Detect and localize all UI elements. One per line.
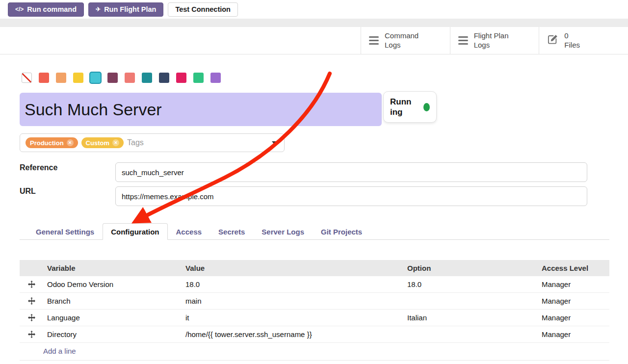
cell-value[interactable]: /home/{{ tower.server.ssh_username }}: [182, 330, 403, 338]
tag-production[interactable]: Production ✕: [26, 137, 78, 148]
tab-server-logs[interactable]: Server Logs: [253, 223, 313, 240]
color-swatch-dark-purple[interactable]: [107, 73, 118, 83]
cell-option[interactable]: Italian: [403, 313, 538, 322]
reference-input[interactable]: [115, 162, 587, 182]
files-count: 0: [564, 31, 580, 41]
server-title-field[interactable]: Such Much Server: [20, 93, 382, 126]
flight-plan-logs-button[interactable]: Flight Plan Logs: [450, 27, 539, 54]
form-header: Command Logs Flight Plan Logs: [0, 27, 628, 54]
command-logs-button[interactable]: Command Logs: [361, 27, 450, 54]
list-icon: [458, 36, 468, 45]
code-icon: </>: [15, 6, 24, 13]
color-swatch-red[interactable]: [39, 73, 49, 83]
color-palette: [22, 73, 221, 83]
flight-plan-logs-label-line2: Logs: [474, 41, 509, 50]
tags-field[interactable]: Production ✕ Custom ✕ Tags: [20, 133, 285, 152]
table-row: Odoo Demo Version 18.0 18.0 Manager: [20, 276, 609, 293]
color-swatch-yellow[interactable]: [73, 73, 83, 83]
cell-value[interactable]: main: [182, 297, 403, 305]
cell-value[interactable]: it: [182, 313, 403, 322]
tag-production-label: Production: [30, 139, 64, 147]
url-label: URL: [20, 187, 36, 196]
table-row: Directory /home/{{ tower.server.ssh_user…: [20, 326, 609, 343]
action-toolbar: </> Run command ✈ Run Flight Plan Test C…: [0, 0, 628, 19]
files-label: Files: [564, 41, 580, 50]
command-logs-label-line1: Command: [385, 31, 419, 41]
color-swatch-none[interactable]: [22, 73, 32, 83]
tags-placeholder: Tags: [127, 138, 144, 147]
server-form-page: </> Run command ✈ Run Flight Plan Test C…: [0, 0, 628, 364]
color-swatch-green[interactable]: [193, 73, 204, 83]
color-swatch-orange[interactable]: [56, 73, 66, 83]
column-header-variable: Variable: [43, 264, 182, 272]
column-header-access-level: Access Level: [538, 264, 609, 272]
cell-access-level[interactable]: Manager: [538, 330, 609, 338]
drag-handle-icon[interactable]: [20, 331, 43, 338]
table-header-row: Variable Value Option Access Level: [20, 260, 609, 276]
run-command-label: Run command: [27, 5, 77, 13]
files-button[interactable]: 0 Files: [539, 27, 628, 54]
notebook-tabs: General Settings Configuration Access Se…: [20, 223, 609, 240]
tag-custom-remove-icon[interactable]: ✕: [112, 139, 119, 146]
cell-variable[interactable]: Language: [43, 313, 182, 322]
tab-git-projects[interactable]: Git Projects: [313, 223, 370, 240]
run-flight-plan-button[interactable]: ✈ Run Flight Plan: [88, 2, 163, 17]
column-header-value: Value: [182, 264, 403, 272]
test-connection-label: Test Connection: [175, 5, 231, 13]
status-running-dot: [423, 103, 430, 111]
status-button[interactable]: Running: [383, 91, 437, 123]
tag-production-remove-icon[interactable]: ✕: [67, 139, 74, 146]
tag-custom-label: Custom: [86, 139, 109, 147]
cell-value[interactable]: 18.0: [182, 280, 403, 288]
edit-icon: [547, 34, 558, 47]
plane-icon: ✈: [96, 6, 101, 13]
cell-variable[interactable]: Branch: [43, 297, 182, 305]
cell-variable[interactable]: Directory: [43, 330, 182, 338]
status-label: Running: [390, 97, 414, 118]
color-swatch-purple[interactable]: [210, 73, 221, 83]
drag-handle-icon[interactable]: [20, 297, 43, 305]
tab-general-settings[interactable]: General Settings: [27, 223, 103, 240]
tab-configuration[interactable]: Configuration: [103, 223, 167, 240]
server-title-text: Such Much Server: [25, 100, 162, 119]
url-input[interactable]: [115, 186, 587, 206]
test-connection-button[interactable]: Test Connection: [168, 2, 238, 17]
cell-access-level[interactable]: Manager: [538, 297, 609, 305]
command-logs-label-line2: Logs: [385, 41, 419, 50]
run-command-button[interactable]: </> Run command: [8, 2, 84, 17]
reference-label: Reference: [20, 163, 57, 172]
configuration-table: Variable Value Option Access Level Odoo …: [20, 260, 609, 361]
stat-button-group: Command Logs Flight Plan Logs: [361, 27, 628, 54]
color-swatch-dark-blue[interactable]: [159, 73, 169, 83]
cell-access-level[interactable]: Manager: [538, 313, 609, 322]
toolbar-divider-strip: [0, 19, 628, 27]
color-swatch-teal[interactable]: [142, 73, 152, 83]
drag-handle-icon[interactable]: [20, 281, 43, 288]
flight-plan-logs-label-line1: Flight Plan: [474, 31, 509, 41]
column-header-option: Option: [403, 264, 538, 272]
list-icon: [369, 36, 379, 45]
cell-option[interactable]: 18.0: [403, 280, 538, 288]
tab-secrets[interactable]: Secrets: [210, 223, 253, 240]
color-swatch-fuchsia[interactable]: [176, 73, 186, 83]
cell-access-level[interactable]: Manager: [538, 280, 609, 288]
run-flight-plan-label: Run Flight Plan: [104, 5, 156, 13]
chevron-down-icon[interactable]: [272, 141, 277, 144]
tag-custom[interactable]: Custom ✕: [81, 137, 124, 148]
table-row: Language it Italian Manager: [20, 310, 609, 326]
cell-variable[interactable]: Odoo Demo Version: [43, 280, 182, 288]
tab-access[interactable]: Access: [168, 223, 210, 240]
color-swatch-cyan-selected[interactable]: [90, 73, 101, 83]
color-swatch-salmon[interactable]: [125, 73, 135, 83]
table-footer-divider: [20, 360, 609, 361]
add-a-line-link[interactable]: Add a line: [43, 347, 76, 355]
drag-handle-icon[interactable]: [20, 314, 43, 321]
table-row: Branch main Manager: [20, 293, 609, 310]
